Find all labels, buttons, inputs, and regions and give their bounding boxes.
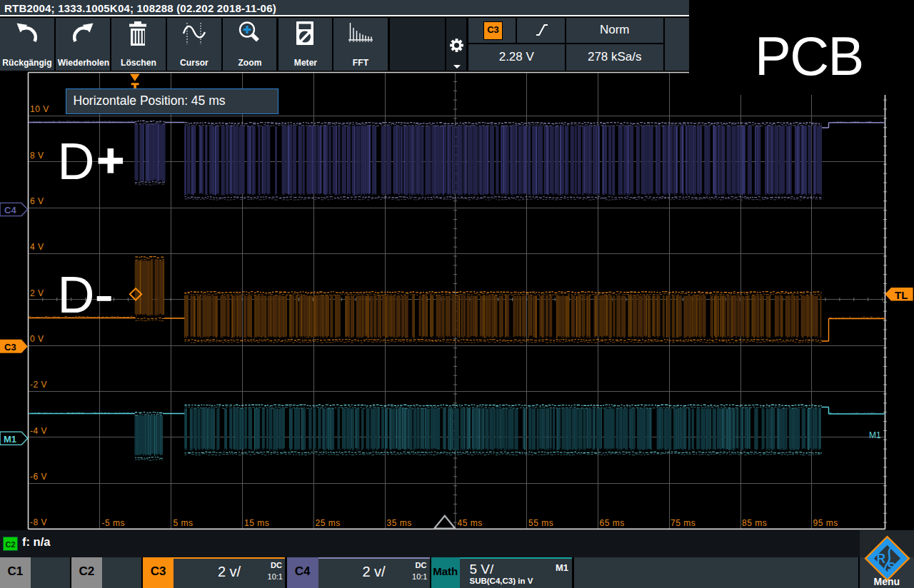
svg-text:R: R bbox=[876, 552, 885, 566]
svg-text:0 V: 0 V bbox=[30, 334, 44, 344]
svg-text:35 ms: 35 ms bbox=[387, 518, 412, 528]
svg-text:55 ms: 55 ms bbox=[528, 518, 553, 528]
svg-text:2 V: 2 V bbox=[30, 288, 44, 298]
svg-text:25 ms: 25 ms bbox=[316, 518, 341, 528]
svg-text:C4: C4 bbox=[4, 205, 16, 216]
svg-text:45 ms: 45 ms bbox=[458, 518, 483, 528]
svg-text:8 V: 8 V bbox=[30, 151, 44, 161]
svg-text:6 V: 6 V bbox=[30, 196, 44, 206]
svg-text:15 ms: 15 ms bbox=[244, 518, 269, 528]
svg-text:M1: M1 bbox=[4, 434, 16, 445]
svg-text:TL: TL bbox=[895, 289, 908, 301]
svg-text:-5 ms: -5 ms bbox=[102, 518, 126, 528]
svg-text:M1: M1 bbox=[869, 430, 881, 440]
svg-text:10 V: 10 V bbox=[30, 104, 49, 114]
svg-text:65 ms: 65 ms bbox=[600, 518, 625, 528]
svg-text:C3: C3 bbox=[4, 342, 16, 353]
svg-text:5 ms: 5 ms bbox=[174, 518, 194, 528]
svg-text:95 ms: 95 ms bbox=[813, 518, 838, 528]
svg-text:75 ms: 75 ms bbox=[671, 518, 695, 528]
svg-text:-2 V: -2 V bbox=[30, 380, 47, 390]
svg-text:-8 V: -8 V bbox=[30, 517, 47, 527]
svg-text:-6 V: -6 V bbox=[30, 472, 47, 482]
svg-text:D: D bbox=[58, 133, 95, 190]
svg-text:4 V: 4 V bbox=[30, 242, 44, 252]
svg-text:D: D bbox=[58, 266, 95, 323]
svg-text:85 ms: 85 ms bbox=[742, 518, 767, 528]
svg-text:-4 V: -4 V bbox=[30, 426, 47, 436]
